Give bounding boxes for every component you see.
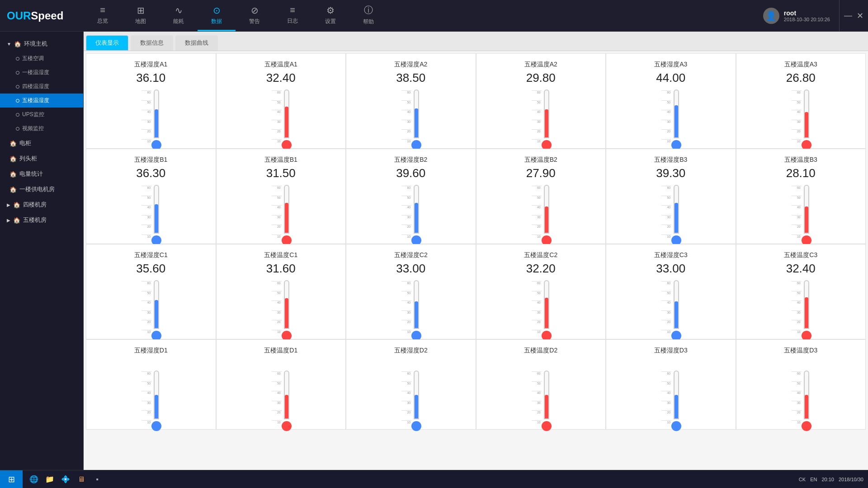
sensor-card-B2-tmp: 五楼温度B2 27.90 605040302010 [476,149,606,244]
sensor-grid-container[interactable]: 五楼湿度A1 36.10 605040302010 五楼温度A1 32 [84,51,868,470]
thermometer-container-A3-hum: 605040302010 [661,89,680,144]
thermometer-container-B2-hum: 605040302010 [401,185,420,239]
sensor-label-B2-tmp: 五楼温度B2 [524,156,557,164]
sensor-card-B3-hum: 五楼湿度B3 39.30 605040302010 [606,149,736,244]
sensor-value-B2-tmp: 27.90 [526,166,556,180]
sidebar-item-temp4f[interactable]: 四楼温湿度 [0,80,83,94]
taskbar-icon-terminal[interactable]: ▪ [90,473,104,486]
thermometer-container-B1-tmp: 605040302010 [272,185,290,239]
thermometer-container-D3-hum: 605040302010 [661,361,680,425]
sensor-card-D2-hum: 五楼湿度D2 605040302010 [346,339,476,430]
sensor-card-A2-tmp: 五楼温度A2 29.80 605040302010 [476,53,606,149]
sensor-card-C1-hum: 五楼湿度C1 35.60 605040302010 [86,244,216,339]
sidebar-item-temp5f[interactable]: 五楼温湿度 [0,94,83,108]
sensor-card-D3-hum: 五楼湿度D3 605040302010 [606,339,736,430]
nav-item-energy[interactable]: ∿能耗 [160,0,198,31]
sensor-card-B1-hum: 五楼湿度B1 36.30 605040302010 [86,149,216,244]
sidebar-section-room4f[interactable]: ▶🏠四楼机房 [0,197,83,212]
thermometer-container-B2-tmp: 605040302010 [532,185,550,239]
thermometer-container-B1-hum: 605040302010 [142,185,160,239]
sensor-label-C3-tmp: 五楼温度C3 [784,251,817,259]
thermometer-container-A3-tmp: 605040302010 [792,89,810,144]
logo: OURSpeed [0,9,84,22]
sensor-value-C2-tmp: 32.20 [526,262,556,276]
nav-icon-help: ⓘ [364,4,373,16]
nav-item-overview[interactable]: ≡总览 [84,0,122,31]
tab-curve[interactable]: 数据曲线 [175,35,218,51]
sensor-label-D2-hum: 五楼湿度D2 [394,347,428,355]
sidebar-item-ups[interactable]: UPS监控 [0,108,83,122]
thermometer-blue: 605040302010 [661,371,680,425]
nav-label-alert: 警告 [249,18,260,25]
sensor-label-D3-tmp: 五楼温度D3 [784,347,817,355]
nav-item-settings[interactable]: ⚙设置 [311,0,349,31]
window-controls[interactable]: — ✕ [839,0,868,31]
thermometer-container-D2-hum: 605040302010 [401,361,420,425]
thermometer-red: 605040302010 [792,280,810,334]
logo-speed: Speed [31,9,63,22]
thermometer-blue: 605040302010 [142,371,160,425]
nav-icon-settings: ⚙ [326,5,335,16]
sensor-label-A3-hum: 五楼湿度A3 [654,61,687,69]
user-info: root 2018-10-30 20:10:26 [784,9,830,22]
taskbar-icon-ie[interactable]: 🌐 [27,473,41,486]
sensor-value-C3-tmp: 32.40 [786,262,816,276]
thermometer-container-B3-tmp: 605040302010 [792,185,810,239]
thermometer-container-D3-tmp: 605040302010 [792,361,810,425]
sensor-value-B3-tmp: 28.10 [786,166,816,180]
sensor-value-B1-tmp: 31.50 [266,166,296,180]
sensor-value-A2-tmp: 29.80 [526,71,556,85]
taskbar-icon-app1[interactable]: 💠 [59,473,72,486]
sidebar-section-room5f[interactable]: ▶🏠五楼机房 [0,212,83,228]
nav-item-alert[interactable]: ⊘警告 [236,0,274,31]
nav-item-log[interactable]: ≡日志 [274,0,311,31]
sidebar-section-power-stat[interactable]: 🏠电量统计 [0,166,83,182]
sidebar-section-env-host[interactable]: ▼🏠环境主机 [0,36,83,52]
thermometer-red: 605040302010 [532,280,550,334]
tab-display[interactable]: 仪表显示 [86,35,128,51]
taskbar-icon-app2[interactable]: 🖥 [75,473,88,486]
sensor-label-A2-hum: 五楼湿度A2 [394,61,427,69]
sensor-label-D1-hum: 五楼湿度D1 [134,347,168,355]
thermometer-container-A1-tmp: 605040302010 [272,89,290,144]
thermometer-red: 605040302010 [792,185,810,239]
minimize-button[interactable]: — [844,11,852,20]
taskbar: ⊞ 🌐 📁 💠 🖥 ▪ CK EN 20:10 2018/10/30 [0,470,868,488]
username: root [784,9,830,17]
sensor-card-A1-tmp: 五楼温度A1 32.40 605040302010 [216,53,346,149]
thermometer-red: 605040302010 [532,371,550,425]
sensor-card-A3-hum: 五楼湿度A3 44.00 605040302010 [606,53,736,149]
nav-item-help[interactable]: ⓘ帮助 [349,0,387,31]
sidebar-item-video[interactable]: 视频监控 [0,122,83,136]
close-button[interactable]: ✕ [857,11,863,21]
sensor-label-C1-hum: 五楼湿度C1 [134,251,168,259]
sensor-value-B3-hum: 39.30 [656,166,685,180]
sidebar-section-power1f[interactable]: 🏠一楼供电机房 [0,182,83,197]
sensor-label-C3-hum: 五楼湿度C3 [654,251,688,259]
sensor-label-A3-tmp: 五楼温度A3 [784,61,817,69]
start-button[interactable]: ⊞ [0,470,23,488]
sidebar-section-cabinet[interactable]: 🏠电柜 [0,136,83,151]
nav-label-overview: 总览 [97,17,108,25]
thermometer-blue: 605040302010 [401,371,420,425]
nav-icon-energy: ∿ [175,5,183,16]
thermometer-red: 605040302010 [272,280,290,334]
taskbar-right: CK EN 20:10 2018/10/30 [794,477,868,482]
taskbar-icon-folder[interactable]: 📁 [43,473,57,486]
sensor-label-C2-tmp: 五楼温度C2 [524,251,557,259]
nav-item-map[interactable]: ⊞地图 [122,0,160,31]
nav-label-map: 地图 [135,18,146,25]
sidebar-item-ac5f[interactable]: 五楼空调 [0,52,83,66]
nav-icon-log: ≡ [290,5,295,15]
sensor-label-A1-tmp: 五楼温度A1 [264,61,297,69]
sensor-label-D1-tmp: 五楼温度D1 [264,347,297,355]
thermometer-blue: 605040302010 [401,280,420,334]
sidebar-item-temp1f[interactable]: 一楼温湿度 [0,66,83,80]
sidebar-section-rack[interactable]: 🏠列头柜 [0,151,83,166]
sensor-card-A3-tmp: 五楼温度A3 26.80 605040302010 [736,53,866,149]
thermometer-blue: 605040302010 [142,89,160,144]
sensor-card-C2-tmp: 五楼温度C2 32.20 605040302010 [476,244,606,339]
thermometer-container-D1-hum: 605040302010 [142,361,160,425]
tab-info[interactable]: 数据信息 [131,35,173,51]
nav-item-data[interactable]: ⊙数据 [198,0,236,31]
